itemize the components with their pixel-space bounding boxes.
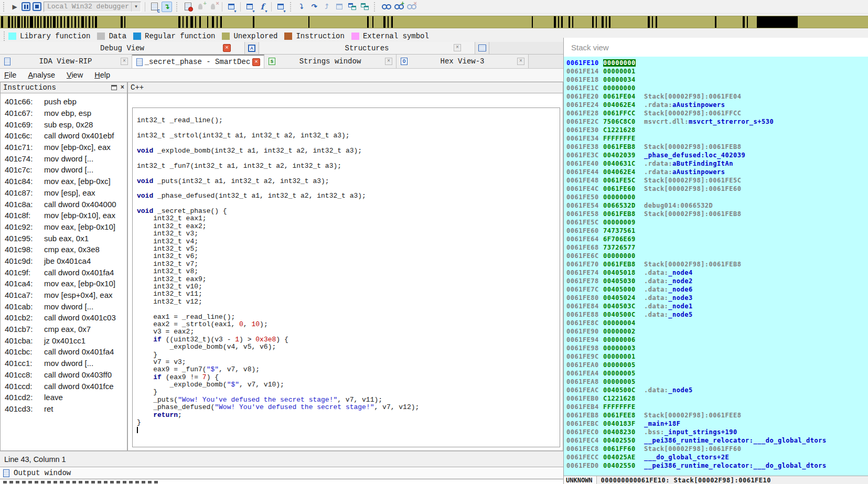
close-icon[interactable]: × bbox=[454, 44, 461, 51]
stack-row[interactable]: 0061FEB0C1221628 bbox=[566, 394, 868, 403]
code-line[interactable] bbox=[137, 200, 560, 208]
nav-band[interactable] bbox=[0, 16, 868, 28]
instruction-row[interactable]: 401c98:cmp eax, 0x3e8 bbox=[1, 244, 127, 255]
instruction-row[interactable]: 401c95:sub eax, 0x1 bbox=[1, 232, 127, 244]
code-line[interactable] bbox=[137, 140, 560, 147]
grid-view-button[interactable] bbox=[475, 42, 489, 54]
code-line[interactable]: } bbox=[137, 419, 560, 426]
stack-row[interactable]: 0061FE5000000000 bbox=[566, 193, 868, 201]
code-line[interactable]: int32_t v10; bbox=[137, 283, 560, 291]
code-line[interactable]: int32_t eax2; bbox=[137, 223, 560, 230]
stack-row[interactable]: 0061FE6074737561 bbox=[566, 227, 868, 235]
instruction-row[interactable]: 401cc1:mov dword [... bbox=[1, 358, 127, 369]
stack-row[interactable]: 0061FE5C00000009 bbox=[566, 218, 868, 227]
code-line[interactable]: int32_t eax1; bbox=[137, 215, 560, 222]
code-line[interactable] bbox=[137, 185, 560, 192]
menu-help[interactable]: Help bbox=[89, 71, 116, 79]
code-line[interactable] bbox=[137, 170, 560, 177]
structures-button[interactable]: A bbox=[245, 42, 259, 54]
code-line[interactable]: void _phase_defused(int32_t a1, int32_t … bbox=[137, 192, 560, 200]
instruction-row[interactable]: 401cd2:leave bbox=[1, 392, 127, 403]
code-line[interactable]: eax9 = _fun7("$", v7, v8); bbox=[137, 366, 560, 373]
stack-row[interactable]: 0061FE840040503C.data:_node1 bbox=[566, 302, 868, 310]
close-icon[interactable]: × bbox=[252, 58, 260, 66]
stop-process-icon[interactable] bbox=[33, 2, 41, 11]
code-line[interactable]: _puts("Wow! You've defused the secret st… bbox=[137, 396, 560, 404]
instruction-row[interactable]: 401c9d:jbe 0x401ca4 bbox=[1, 255, 127, 267]
code-line[interactable]: void _secret_phase() { bbox=[137, 208, 560, 215]
code-line[interactable]: int32_t v5; bbox=[137, 245, 560, 253]
tab-ida-view-rip[interactable]: IDA View-RIP× bbox=[0, 55, 132, 68]
stack-row[interactable]: 0061FE4C0061FE60Stack[00002F98]:0061FE60 bbox=[566, 185, 868, 193]
menu-analyse[interactable]: Analyse bbox=[22, 71, 61, 79]
code-line[interactable]: _explode_bomb(v4, v5, v6); bbox=[137, 343, 560, 351]
pause-process-icon[interactable] bbox=[22, 2, 30, 11]
breakpoint-list-icon[interactable] bbox=[183, 2, 193, 12]
code-line[interactable]: return; bbox=[137, 412, 560, 419]
instruction-row[interactable]: 401c87:mov [esp], eax bbox=[1, 187, 127, 199]
chevron-down-icon[interactable]: ▼ bbox=[131, 2, 141, 12]
tab-structures[interactable]: Structures × bbox=[259, 42, 475, 54]
instruction-row[interactable]: 401c8a:call dword 0x404000 bbox=[1, 198, 127, 210]
continue-process-icon[interactable]: ▶ bbox=[10, 2, 19, 12]
instruction-row[interactable]: 401cc8:call dword 0x403ff0 bbox=[1, 369, 127, 381]
start-process-icon[interactable]: ↴ bbox=[162, 2, 172, 12]
instruction-row[interactable]: 401c67:mov ebp, esp bbox=[1, 107, 127, 119]
code-line[interactable]: int32_t v6; bbox=[137, 253, 560, 260]
close-icon[interactable]: × bbox=[121, 58, 128, 65]
stack-row[interactable]: 0061FE6C00000000 bbox=[566, 252, 868, 260]
code-line[interactable]: int32_t v8; bbox=[137, 268, 560, 275]
stack-row[interactable]: 0061FE700061FEB8Stack[00002F98]:0061FEB8 bbox=[566, 260, 868, 268]
code-line[interactable]: if (eax9 != 7) { bbox=[137, 374, 560, 381]
delete-watch-icon[interactable]: × bbox=[405, 2, 416, 12]
stack-rows[interactable]: 0061FE10000000000061FE14000000010061FE18… bbox=[564, 57, 868, 476]
instruction-row[interactable]: 401cb2:call dword 0x401c03 bbox=[1, 312, 127, 324]
stack-row[interactable]: 0061FE34FFFFFFFE bbox=[566, 134, 868, 143]
stack-row[interactable]: 0061FE9C00000001 bbox=[566, 352, 868, 361]
stack-row[interactable]: 0061FEAC0040500C.data:_node5 bbox=[566, 386, 868, 394]
stack-row[interactable]: 0061FE1800000034 bbox=[566, 76, 868, 84]
menu-file[interactable]: File bbox=[0, 71, 22, 79]
stack-row[interactable]: 0061FE8000405024.data:_node3 bbox=[566, 294, 868, 302]
stack-row[interactable]: 0061FE7C00405000.data:_node6 bbox=[566, 285, 868, 294]
code-line[interactable]: int32_t v4; bbox=[137, 238, 560, 245]
code-line[interactable] bbox=[137, 125, 560, 132]
instruction-row[interactable]: 401cba:jz 0x401cc1 bbox=[1, 335, 127, 346]
close-icon[interactable]: × bbox=[223, 44, 231, 52]
stack-row[interactable]: 0061FE7400405018.data:_node4 bbox=[566, 268, 868, 277]
menu-view[interactable]: View bbox=[61, 71, 89, 79]
instruction-row[interactable]: 401ca7:mov [esp+0x4], eax bbox=[1, 289, 127, 301]
code-line[interactable]: int32_t v7; bbox=[137, 261, 560, 268]
stack-row[interactable]: 0061FE580061FEB8Stack[00002F98]:0061FEB8 bbox=[566, 210, 868, 218]
instruction-row[interactable]: 401ca4:mov eax, [ebp-0x10] bbox=[1, 278, 127, 289]
code-line[interactable]: int32_t eax9; bbox=[137, 276, 560, 283]
stack-row[interactable]: 0061FE24004062E4.rdata:aAustinpowers bbox=[566, 101, 868, 109]
watch-list-icon[interactable] bbox=[380, 2, 391, 12]
stack-row[interactable]: 0061FE540066532Ddebug014:0066532D bbox=[566, 201, 868, 210]
stack-row[interactable]: 0061FE30C1221628 bbox=[566, 126, 868, 134]
debugger-selector[interactable]: Local Win32 debugger ▼ bbox=[44, 2, 141, 12]
code-line[interactable]: int32_t _read_line(); bbox=[137, 117, 560, 124]
instruction-row[interactable]: 401c69:sub esp, 0x28 bbox=[1, 119, 127, 130]
instruction-row[interactable]: 401ccd:call dword 0x401fce bbox=[1, 380, 127, 392]
tab-hex-view-3[interactable]: OHex View-3× bbox=[397, 55, 529, 68]
stack-row[interactable]: 0061FE8C00000004 bbox=[566, 319, 868, 327]
code-line[interactable]: int32_t _fun7(int32_t a1, int32_t a2, in… bbox=[137, 163, 560, 170]
stack-row[interactable]: 0061FE6873726577 bbox=[566, 243, 868, 252]
run-until-return-icon[interactable]: ⤴ bbox=[322, 2, 332, 12]
instruction-row[interactable]: 401c74:mov dword [... bbox=[1, 153, 127, 164]
stack-row[interactable]: 0061FE9800000003 bbox=[566, 344, 868, 352]
stack-row[interactable]: 0061FE1C00000000 bbox=[566, 84, 868, 92]
instruction-row[interactable]: 401cd3:ret bbox=[1, 403, 127, 415]
stack-row[interactable]: 0061FE9400000006 bbox=[566, 336, 868, 344]
close-icon[interactable]: × bbox=[385, 58, 392, 65]
stack-row[interactable]: 0061FEC400402550__pei386_runtime_relocat… bbox=[566, 436, 868, 445]
instruction-row[interactable]: 401c92:mov eax, [ebp-0x10] bbox=[1, 221, 127, 233]
stack-row[interactable]: 0061FEA800000005 bbox=[566, 378, 868, 386]
stack-row[interactable]: 0061FE200061FE04Stack[00002F98]:0061FE04 bbox=[566, 92, 868, 101]
step-into-icon[interactable]: ⤵ bbox=[296, 2, 307, 12]
stack-row[interactable]: 0061FEBC0040183F_main+18F bbox=[566, 420, 868, 428]
output-window-bar[interactable]: Output window bbox=[0, 467, 563, 479]
code-line[interactable] bbox=[137, 426, 560, 434]
stack-row[interactable]: 0061FE1000000000 bbox=[566, 59, 868, 67]
